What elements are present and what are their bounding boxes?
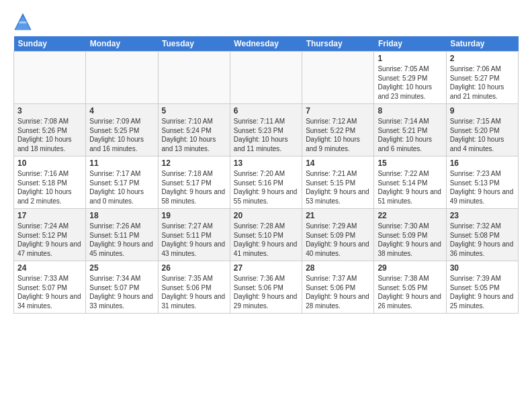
day-info: Sunrise: 7:09 AM Sunset: 5:25 PM Dayligh… [89,117,154,153]
calendar-cell: 5Sunrise: 7:10 AM Sunset: 5:24 PM Daylig… [158,104,230,156]
calendar-cell: 16Sunrise: 7:23 AM Sunset: 5:13 PM Dayli… [446,156,518,209]
day-number: 12 [162,158,226,168]
calendar-cell: 14Sunrise: 7:21 AM Sunset: 5:15 PM Dayli… [302,156,374,209]
day-number: 13 [234,158,298,168]
day-info: Sunrise: 7:22 AM Sunset: 5:14 PM Dayligh… [378,169,442,205]
calendar-cell [158,52,230,104]
day-number: 17 [17,211,82,220]
day-info: Sunrise: 7:14 AM Sunset: 5:21 PM Dayligh… [378,117,442,153]
calendar-cell [86,52,158,104]
weekday-header-friday: Friday [374,36,446,52]
calendar-cell: 2Sunrise: 7:06 AM Sunset: 5:27 PM Daylig… [446,52,518,104]
day-number: 25 [89,263,154,273]
day-number: 8 [378,106,442,116]
day-info: Sunrise: 7:05 AM Sunset: 5:29 PM Dayligh… [378,64,442,101]
day-number: 28 [306,263,370,273]
calendar-table: SundayMondayTuesdayWednesdayThursdayFrid… [13,36,519,314]
calendar-cell: 29Sunrise: 7:38 AM Sunset: 5:05 PM Dayli… [374,261,446,314]
day-info: Sunrise: 7:37 AM Sunset: 5:06 PM Dayligh… [306,274,370,310]
calendar-cell: 22Sunrise: 7:30 AM Sunset: 5:09 PM Dayli… [374,209,446,261]
day-info: Sunrise: 7:12 AM Sunset: 5:22 PM Dayligh… [306,117,370,153]
svg-rect-2 [19,21,26,24]
calendar-cell: 21Sunrise: 7:29 AM Sunset: 5:09 PM Dayli… [302,209,374,261]
calendar-cell: 12Sunrise: 7:18 AM Sunset: 5:17 PM Dayli… [158,156,230,209]
weekday-header-row: SundayMondayTuesdayWednesdayThursdayFrid… [14,36,519,52]
day-number: 18 [89,211,154,220]
calendar-cell: 17Sunrise: 7:24 AM Sunset: 5:12 PM Dayli… [14,209,86,261]
calendar-cell: 25Sunrise: 7:34 AM Sunset: 5:07 PM Dayli… [86,261,158,314]
calendar-week-5: 24Sunrise: 7:33 AM Sunset: 5:07 PM Dayli… [14,261,519,314]
weekday-header-monday: Monday [86,36,158,52]
calendar-cell: 18Sunrise: 7:26 AM Sunset: 5:11 PM Dayli… [86,209,158,261]
day-info: Sunrise: 7:34 AM Sunset: 5:07 PM Dayligh… [89,274,154,310]
day-info: Sunrise: 7:29 AM Sunset: 5:09 PM Dayligh… [306,222,370,258]
calendar-cell: 4Sunrise: 7:09 AM Sunset: 5:25 PM Daylig… [86,104,158,156]
day-info: Sunrise: 7:21 AM Sunset: 5:15 PM Dayligh… [306,169,370,205]
day-number: 27 [234,263,298,273]
day-number: 26 [162,263,226,273]
day-number: 16 [450,158,515,168]
day-number: 10 [17,158,82,168]
day-number: 24 [17,263,82,273]
calendar-cell: 24Sunrise: 7:33 AM Sunset: 5:07 PM Dayli… [14,261,86,314]
day-number: 22 [378,211,442,220]
calendar-cell: 7Sunrise: 7:12 AM Sunset: 5:22 PM Daylig… [302,104,374,156]
calendar-cell: 3Sunrise: 7:08 AM Sunset: 5:26 PM Daylig… [14,104,86,156]
weekday-header-tuesday: Tuesday [158,36,230,52]
calendar-cell: 20Sunrise: 7:28 AM Sunset: 5:10 PM Dayli… [230,209,302,261]
day-number: 1 [378,54,442,63]
page-header [13,12,519,31]
day-info: Sunrise: 7:10 AM Sunset: 5:24 PM Dayligh… [162,117,226,153]
day-info: Sunrise: 7:36 AM Sunset: 5:06 PM Dayligh… [234,274,298,310]
calendar-body: 1Sunrise: 7:05 AM Sunset: 5:29 PM Daylig… [14,52,519,314]
calendar-week-2: 3Sunrise: 7:08 AM Sunset: 5:26 PM Daylig… [14,104,519,156]
day-info: Sunrise: 7:39 AM Sunset: 5:05 PM Dayligh… [450,274,515,310]
day-info: Sunrise: 7:26 AM Sunset: 5:11 PM Dayligh… [89,222,154,258]
calendar-week-1: 1Sunrise: 7:05 AM Sunset: 5:29 PM Daylig… [14,52,519,104]
day-number: 11 [89,158,154,168]
day-info: Sunrise: 7:32 AM Sunset: 5:08 PM Dayligh… [450,222,515,258]
calendar-cell: 27Sunrise: 7:36 AM Sunset: 5:06 PM Dayli… [230,261,302,314]
day-info: Sunrise: 7:15 AM Sunset: 5:20 PM Dayligh… [450,117,515,153]
day-info: Sunrise: 7:06 AM Sunset: 5:27 PM Dayligh… [450,64,515,101]
day-number: 4 [89,106,154,116]
day-number: 2 [450,54,515,63]
day-number: 15 [378,158,442,168]
calendar-cell [14,52,86,104]
logo-icon [13,12,32,31]
day-number: 9 [450,106,515,116]
page-container: SundayMondayTuesdayWednesdayThursdayFrid… [0,0,532,320]
weekday-header-thursday: Thursday [302,36,374,52]
calendar-cell: 10Sunrise: 7:16 AM Sunset: 5:18 PM Dayli… [14,156,86,209]
weekday-header-sunday: Sunday [14,36,86,52]
calendar-cell [230,52,302,104]
calendar-cell: 6Sunrise: 7:11 AM Sunset: 5:23 PM Daylig… [230,104,302,156]
day-number: 23 [450,211,515,220]
weekday-header-wednesday: Wednesday [230,36,302,52]
day-number: 6 [234,106,298,116]
day-number: 30 [450,263,515,273]
day-info: Sunrise: 7:28 AM Sunset: 5:10 PM Dayligh… [234,222,298,258]
calendar-cell: 23Sunrise: 7:32 AM Sunset: 5:08 PM Dayli… [446,209,518,261]
calendar-cell: 26Sunrise: 7:35 AM Sunset: 5:06 PM Dayli… [158,261,230,314]
day-info: Sunrise: 7:33 AM Sunset: 5:07 PM Dayligh… [17,274,82,310]
day-info: Sunrise: 7:16 AM Sunset: 5:18 PM Dayligh… [17,169,82,205]
calendar-cell [302,52,374,104]
day-info: Sunrise: 7:20 AM Sunset: 5:16 PM Dayligh… [234,169,298,205]
calendar-cell: 19Sunrise: 7:27 AM Sunset: 5:11 PM Dayli… [158,209,230,261]
day-number: 7 [306,106,370,116]
calendar-week-3: 10Sunrise: 7:16 AM Sunset: 5:18 PM Dayli… [14,156,519,209]
day-number: 21 [306,211,370,220]
day-info: Sunrise: 7:11 AM Sunset: 5:23 PM Dayligh… [234,117,298,153]
day-info: Sunrise: 7:17 AM Sunset: 5:17 PM Dayligh… [89,169,154,205]
day-info: Sunrise: 7:35 AM Sunset: 5:06 PM Dayligh… [162,274,226,310]
calendar-header: SundayMondayTuesdayWednesdayThursdayFrid… [14,36,519,52]
calendar-cell: 1Sunrise: 7:05 AM Sunset: 5:29 PM Daylig… [374,52,446,104]
calendar-cell: 8Sunrise: 7:14 AM Sunset: 5:21 PM Daylig… [374,104,446,156]
calendar-cell: 28Sunrise: 7:37 AM Sunset: 5:06 PM Dayli… [302,261,374,314]
day-number: 3 [17,106,82,116]
weekday-header-saturday: Saturday [446,36,518,52]
day-info: Sunrise: 7:38 AM Sunset: 5:05 PM Dayligh… [378,274,442,310]
calendar-cell: 15Sunrise: 7:22 AM Sunset: 5:14 PM Dayli… [374,156,446,209]
day-info: Sunrise: 7:23 AM Sunset: 5:13 PM Dayligh… [450,169,515,205]
